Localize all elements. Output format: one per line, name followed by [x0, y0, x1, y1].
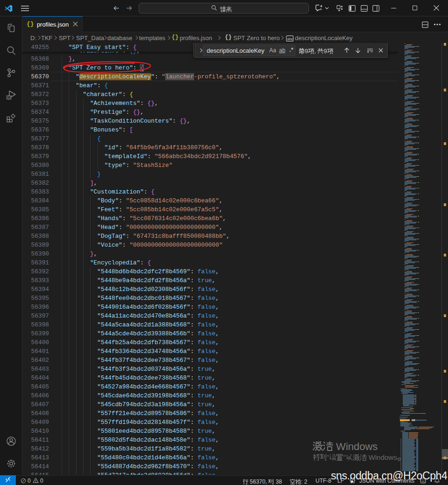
svg-text:abc: abc [287, 37, 293, 41]
